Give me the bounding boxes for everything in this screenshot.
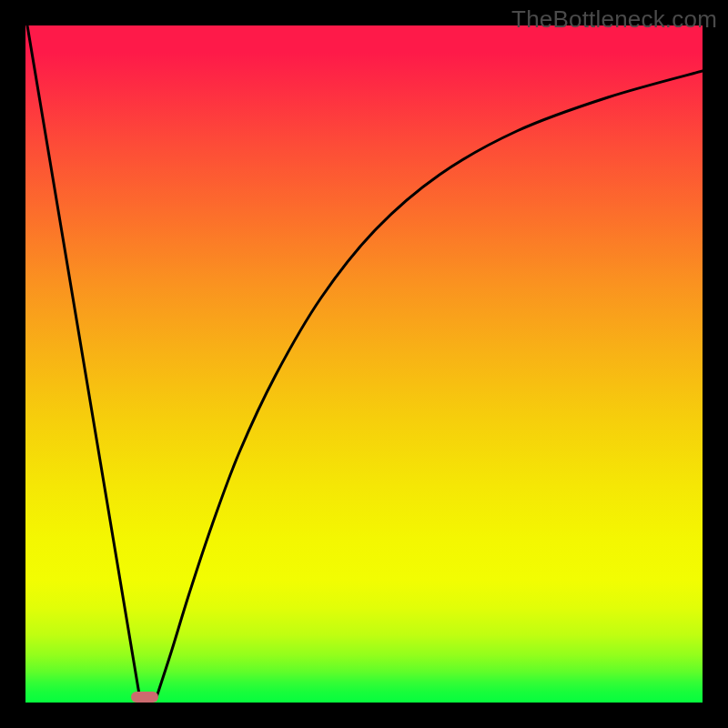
left-v-line (27, 25, 140, 700)
curve-layer (25, 25, 703, 703)
bottleneck-marker (131, 692, 158, 703)
right-curve (157, 71, 703, 697)
watermark-text: TheBottleneck.com (511, 5, 717, 34)
chart-frame: TheBottleneck.com (0, 0, 728, 728)
plot-area (25, 25, 703, 703)
